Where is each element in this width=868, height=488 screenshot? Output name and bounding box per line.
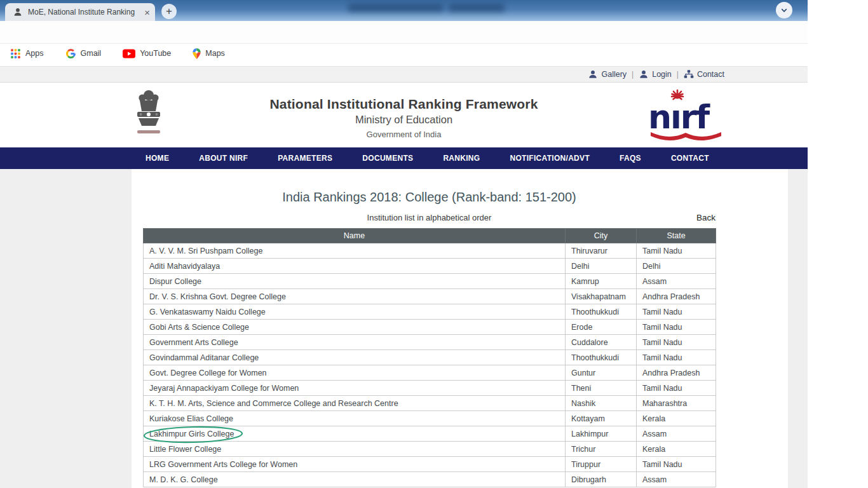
table-row: Kuriakose Elias CollegeKottayamKerala	[144, 411, 716, 426]
cell-name: Kuriakose Elias College	[144, 411, 566, 426]
contact-label: Contact	[697, 70, 724, 79]
page-title: India Rankings 2018: College (Rank-band:…	[143, 169, 715, 205]
cell-state: Tamil Nadu	[637, 320, 716, 335]
table-row: G. Venkataswamy Naidu CollegeThoothukkud…	[144, 304, 716, 320]
table-row: M. D. K. G. CollegeDibrugarhAssam	[144, 472, 716, 487]
cell-city: Thoothukkudi	[566, 304, 637, 320]
nav-about-nirf[interactable]: ABOUT NIRF	[199, 154, 248, 163]
table-row: Government Arts CollegeCuddaloreTamil Na…	[144, 335, 716, 350]
nav-faqs[interactable]: FAQS	[620, 154, 641, 163]
cell-city: Trichur	[566, 442, 637, 457]
bookmark-apps[interactable]: Apps	[10, 48, 44, 59]
cell-state: Tamil Nadu	[637, 335, 716, 350]
header-state: State	[637, 229, 716, 243]
cell-name: M. D. K. G. College	[144, 472, 566, 487]
nav-home[interactable]: HOME	[146, 154, 169, 163]
cell-city: Tiruppur	[566, 457, 637, 472]
cell-city: Thoothukkudi	[566, 350, 637, 365]
nav-ranking[interactable]: RANKING	[443, 154, 480, 163]
login-label: Login	[652, 70, 672, 79]
gallery-link[interactable]: Gallery	[588, 69, 627, 79]
cell-name: Jeyaraj Annapackiyam College for Women	[144, 381, 566, 396]
nirf-logo-text: nırf	[648, 98, 710, 136]
bookmark-gmail[interactable]: Gmail	[65, 48, 102, 59]
browser-toolbar: nirfindia.org/2018/CollegeRanking200.htm…	[0, 21, 808, 44]
profile-chevron-button[interactable]	[776, 2, 792, 18]
site-utility-bar: Gallery | Login | Contact	[0, 66, 808, 83]
apps-grid-icon	[10, 48, 21, 59]
person-icon	[639, 69, 649, 79]
table-row: Lakhimpur Girls CollegeLakhimpurAssam	[144, 426, 716, 442]
nav-contact[interactable]: CONTACT	[671, 154, 709, 163]
new-tab-button[interactable]: +	[161, 4, 177, 19]
cell-city: Kottayam	[566, 411, 637, 426]
cell-city: Thiruvarur	[566, 243, 637, 259]
cell-name: Govindammal Aditanar College	[144, 350, 566, 365]
sitemap-icon	[684, 69, 694, 79]
bookmark-youtube[interactable]: YouTube	[123, 48, 171, 59]
browser-window: MoE, National Institute Ranking × + nirf…	[0, 0, 808, 488]
person-icon	[588, 69, 598, 79]
bookmark-maps[interactable]: Maps	[193, 48, 225, 59]
cell-name: Dr. V. S. Krishna Govt. Degree College	[144, 289, 566, 304]
maps-pin-icon	[193, 48, 201, 59]
cell-state: Assam	[637, 472, 716, 487]
tab-close-icon[interactable]: ×	[144, 8, 150, 17]
bookmark-label: Gmail	[81, 49, 102, 58]
google-g-icon	[65, 48, 76, 59]
bookmark-label: Apps	[25, 49, 44, 58]
separator: |	[632, 70, 634, 79]
tab-title: MoE, National Institute Ranking	[28, 8, 135, 17]
table-row: A. V. V. M. Sri Pushpam CollegeThiruvaru…	[144, 243, 716, 259]
blurred-background-text	[449, 4, 505, 12]
cell-city: Lakhimpur	[566, 426, 637, 442]
gallery-label: Gallery	[601, 70, 627, 79]
page-background: India Rankings 2018: College (Rank-band:…	[0, 169, 808, 488]
cell-city: Kamrup	[566, 274, 637, 289]
login-link[interactable]: Login	[639, 69, 672, 79]
cell-state: Tamil Nadu	[637, 350, 716, 365]
table-row: Aditi MahavidyalayaDelhiDelhi	[144, 259, 716, 274]
tab-strip: MoE, National Institute Ranking × +	[0, 0, 808, 21]
back-link[interactable]: Back	[696, 213, 715, 222]
cell-state: Kerala	[637, 442, 716, 457]
nav-documents[interactable]: DOCUMENTS	[362, 154, 413, 163]
table-row: LRG Government Arts College for WomenTir…	[144, 457, 716, 472]
cell-state: Andhra Pradesh	[637, 365, 716, 381]
cell-state: Assam	[637, 426, 716, 442]
cell-name: Govt. Degree College for Women	[144, 365, 566, 381]
cell-state: Tamil Nadu	[637, 457, 716, 472]
cell-city: Erode	[566, 320, 637, 335]
cell-city: Visakhapatnam	[566, 289, 637, 304]
table-row: Dr. V. S. Krishna Govt. Degree CollegeVi…	[144, 289, 716, 304]
nav-parameters[interactable]: PARAMETERS	[278, 154, 332, 163]
cell-name: Lakhimpur Girls College	[144, 426, 566, 442]
header-name: Name	[144, 229, 566, 243]
nav-notification-advt[interactable]: NOTIFICATION/ADVT	[510, 154, 590, 163]
cell-city: Cuddalore	[566, 335, 637, 350]
cell-name: Government Arts College	[144, 335, 566, 350]
browser-tab[interactable]: MoE, National Institute Ranking ×	[5, 3, 155, 21]
tab-favicon-icon	[13, 7, 23, 17]
cell-city: Dibrugarh	[566, 472, 637, 487]
cell-state: Tamil Nadu	[637, 381, 716, 396]
list-note: Institution list in alphabetical order	[143, 213, 715, 222]
cell-state: Tamil Nadu	[637, 304, 716, 320]
cell-name: A. V. V. M. Sri Pushpam College	[144, 243, 566, 259]
cell-state: Assam	[637, 274, 716, 289]
header-city: City	[566, 229, 637, 243]
cell-name: Little Flower College	[144, 442, 566, 457]
cell-name: LRG Government Arts College for Women	[144, 457, 566, 472]
cell-name: Dispur College	[144, 274, 566, 289]
cell-state: Andhra Pradesh	[637, 289, 716, 304]
main-navigation: HOME ABOUT NIRF PARAMETERS DOCUMENTS RAN…	[0, 147, 808, 169]
table-row: Govt. Degree College for WomenGunturAndh…	[144, 365, 716, 381]
cell-state: Tamil Nadu	[637, 243, 716, 259]
cell-city: Nashik	[566, 396, 637, 411]
cell-name: G. Venkataswamy Naidu College	[144, 304, 566, 320]
cell-city: Delhi	[566, 259, 637, 274]
contact-link[interactable]: Contact	[684, 69, 724, 79]
blurred-background-text	[348, 4, 444, 12]
ranking-table: Name City State A. V. V. M. Sri Pushpam …	[143, 228, 716, 487]
cell-state: Kerala	[637, 411, 716, 426]
